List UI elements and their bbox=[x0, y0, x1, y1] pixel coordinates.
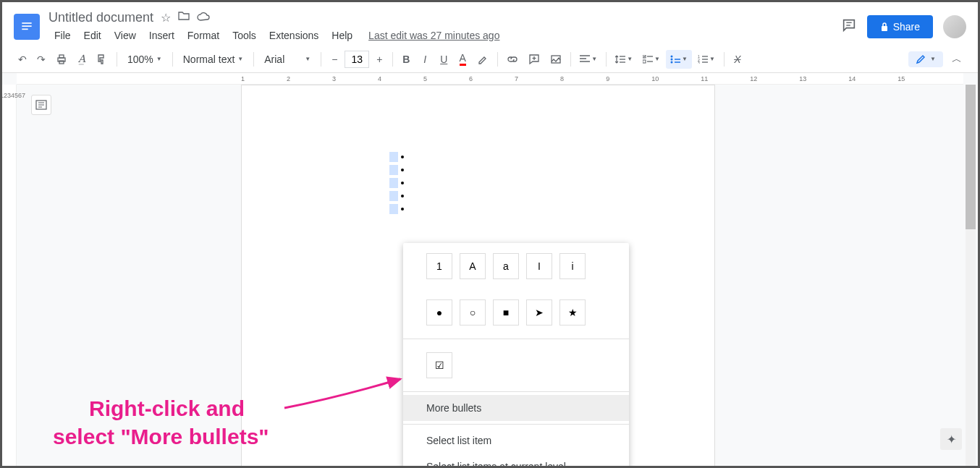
align-button[interactable]: ▼ bbox=[575, 50, 601, 69]
share-button[interactable]: Share bbox=[867, 15, 933, 38]
document-title[interactable]: Untitled document bbox=[48, 10, 153, 25]
bulleted-list-selection bbox=[389, 150, 404, 216]
svg-rect-6 bbox=[882, 26, 887, 31]
share-label: Share bbox=[893, 21, 920, 33]
clear-formatting-button[interactable]: X bbox=[729, 50, 746, 69]
menu-tools[interactable]: Tools bbox=[227, 27, 262, 44]
menu-help[interactable]: Help bbox=[326, 27, 358, 44]
svg-point-27 bbox=[671, 61, 673, 63]
menu-separator bbox=[403, 424, 629, 425]
lock-icon bbox=[880, 22, 889, 32]
editing-mode-button[interactable]: ▼ bbox=[908, 51, 943, 67]
cloud-status-icon[interactable] bbox=[197, 11, 210, 25]
annotation-text: Right-click and select "More bullets" bbox=[53, 394, 269, 451]
menu-insert[interactable]: Insert bbox=[143, 27, 180, 44]
toolbar: ↶ ↷ A̲ 100%▼ Normal text▼ Arial▼ − + B I… bbox=[2, 46, 978, 73]
svg-rect-9 bbox=[59, 61, 64, 64]
preset-lower-roman[interactable]: i bbox=[559, 253, 586, 279]
underline-button[interactable]: U bbox=[435, 50, 452, 69]
more-bullets-item[interactable]: More bullets bbox=[403, 395, 629, 421]
font-size-decrease[interactable]: − bbox=[326, 50, 343, 69]
menu-edit[interactable]: Edit bbox=[78, 27, 107, 44]
font-select[interactable]: Arial▼ bbox=[258, 51, 316, 68]
header: Untitled document ☆ File Edit View Inser… bbox=[2, 2, 978, 46]
line-spacing-button[interactable]: ▼ bbox=[611, 50, 637, 69]
svg-rect-1 bbox=[22, 22, 31, 24]
numbered-list-button[interactable]: 123▼ bbox=[693, 50, 719, 69]
move-icon[interactable] bbox=[178, 11, 190, 25]
svg-rect-8 bbox=[59, 55, 64, 58]
spellcheck-button[interactable]: A̲ bbox=[73, 50, 90, 69]
svg-rect-3 bbox=[22, 29, 28, 30]
preset-circle[interactable]: ○ bbox=[460, 299, 486, 326]
menu-view[interactable]: View bbox=[109, 27, 142, 44]
menu-extensions[interactable]: Extensions bbox=[263, 27, 324, 44]
checkbox-presets-row: ☑ bbox=[403, 342, 629, 388]
highlight-button[interactable] bbox=[473, 50, 493, 69]
svg-text:3: 3 bbox=[698, 61, 700, 64]
preset-numeric[interactable]: 1 bbox=[426, 253, 452, 279]
insert-image-button[interactable] bbox=[546, 50, 566, 69]
style-select[interactable]: Normal text▼ bbox=[177, 51, 250, 68]
paint-format-button[interactable] bbox=[92, 50, 112, 69]
horizontal-ruler[interactable]: 123456789101112131415 bbox=[17, 73, 963, 85]
vertical-ruler[interactable]: 211234567 bbox=[2, 85, 17, 466]
user-avatar[interactable] bbox=[943, 15, 966, 38]
document-outline-button[interactable] bbox=[31, 95, 51, 115]
comments-icon[interactable] bbox=[841, 17, 857, 36]
explore-button[interactable]: ✦ bbox=[940, 428, 962, 450]
docs-logo-icon[interactable] bbox=[14, 14, 40, 40]
menu-file[interactable]: File bbox=[48, 27, 77, 44]
preset-square[interactable]: ■ bbox=[493, 299, 519, 326]
canvas: 123456789101112131415 211234567 1 A a I … bbox=[2, 73, 978, 466]
italic-button[interactable]: I bbox=[416, 50, 434, 69]
menu-separator bbox=[403, 391, 629, 392]
print-button[interactable] bbox=[51, 50, 72, 69]
vertical-scrollbar[interactable] bbox=[966, 85, 976, 466]
menu-format[interactable]: Format bbox=[182, 27, 225, 44]
font-size-increase[interactable]: + bbox=[371, 50, 388, 69]
scroll-thumb[interactable] bbox=[966, 85, 976, 229]
undo-button[interactable]: ↶ bbox=[14, 50, 31, 69]
font-size-input[interactable] bbox=[345, 51, 369, 68]
preset-checkbox[interactable]: ☑ bbox=[426, 352, 452, 378]
zoom-select[interactable]: 100%▼ bbox=[122, 51, 168, 68]
add-comment-button[interactable] bbox=[524, 50, 544, 69]
menu-separator bbox=[403, 339, 629, 339]
collapse-toolbar-button[interactable]: ︿ bbox=[947, 50, 966, 69]
insert-link-button[interactable] bbox=[502, 50, 523, 69]
select-list-item[interactable]: Select list item bbox=[403, 427, 629, 454]
menu-bar: File Edit View Insert Format Tools Exten… bbox=[48, 27, 841, 44]
bulleted-list-button[interactable]: ▼ bbox=[666, 50, 692, 69]
bold-button[interactable]: B bbox=[397, 50, 415, 69]
preset-upper-roman[interactable]: I bbox=[526, 253, 552, 279]
bullet-presets-row: ● ○ ■ ➤ ★ bbox=[403, 289, 629, 336]
svg-point-23 bbox=[671, 55, 673, 57]
svg-point-25 bbox=[671, 58, 673, 60]
checklist-button[interactable]: ▼ bbox=[638, 50, 664, 69]
list-options-context-menu: 1 A a I i ● ○ ■ ➤ ★ ☑ More bullets Selec… bbox=[403, 243, 629, 466]
annotation-arrow bbox=[281, 375, 418, 419]
select-list-items-level[interactable]: Select list items at current level bbox=[403, 454, 629, 466]
star-icon[interactable]: ☆ bbox=[161, 11, 171, 25]
preset-lower-alpha[interactable]: a bbox=[493, 253, 519, 279]
numbering-presets-row: 1 A a I i bbox=[403, 243, 629, 289]
preset-upper-alpha[interactable]: A bbox=[460, 253, 486, 279]
pencil-icon bbox=[916, 54, 926, 64]
svg-rect-21 bbox=[643, 60, 646, 63]
last-edit-link[interactable]: Last edit was 27 minutes ago bbox=[368, 30, 499, 41]
svg-rect-2 bbox=[22, 25, 31, 27]
redo-button[interactable]: ↷ bbox=[33, 50, 50, 69]
text-color-button[interactable]: A bbox=[454, 50, 471, 69]
title-area: Untitled document ☆ File Edit View Inser… bbox=[48, 10, 841, 44]
preset-arrow[interactable]: ➤ bbox=[526, 299, 552, 326]
preset-star[interactable]: ★ bbox=[559, 299, 586, 326]
preset-disc[interactable]: ● bbox=[426, 299, 452, 326]
